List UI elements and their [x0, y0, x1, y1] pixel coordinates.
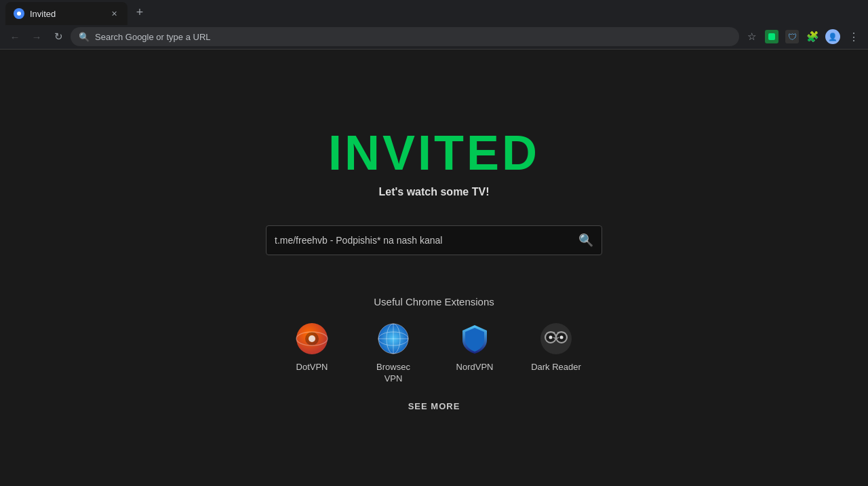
tab-bar: Invited ✕ + [0, 0, 868, 24]
active-tab[interactable]: Invited ✕ [5, 2, 127, 25]
address-bar[interactable]: 🔍 Search Google or type a URL [71, 27, 739, 46]
ext-green-icon [765, 30, 778, 43]
bookmark-icon: ☆ [747, 31, 756, 43]
browser-chrome: Invited ✕ + ← → ↻ 🔍 Search Google or typ… [0, 0, 868, 50]
ext-green-button[interactable] [762, 27, 781, 46]
search-magnifier-icon: 🔍 [578, 233, 593, 248]
toolbar-icons: ☆ 🛡 🧩 👤 [742, 27, 863, 46]
bookmark-button[interactable]: ☆ [742, 27, 761, 46]
browsec-icon-wrap [376, 321, 411, 356]
tab-close-button[interactable]: ✕ [108, 8, 119, 19]
profile-button[interactable]: 👤 [823, 27, 842, 46]
extension-nordvpn[interactable]: NordVPN [448, 321, 502, 373]
back-button[interactable]: ← [5, 27, 24, 46]
darkreader-icon-wrap [538, 321, 574, 356]
search-bar[interactable]: 🔍 [266, 225, 602, 255]
svg-point-1 [17, 12, 21, 16]
tab-title: Invited [30, 9, 103, 19]
search-icon: 🔍 [79, 32, 90, 42]
reload-button[interactable]: ↻ [49, 27, 68, 46]
see-more-button[interactable]: SEE MORE [408, 401, 460, 411]
svg-point-18 [549, 336, 553, 339]
extensions-button[interactable]: 🧩 [803, 27, 822, 46]
dotvpn-icon-wrap [294, 321, 330, 356]
extension-dotvpn[interactable]: DotVPN [285, 321, 339, 373]
ext-shield-button[interactable]: 🛡 [783, 27, 802, 46]
forward-icon: → [32, 31, 42, 43]
search-button[interactable]: 🔍 [578, 233, 593, 248]
darkreader-icon [540, 322, 572, 355]
menu-icon: ⋮ [848, 31, 859, 43]
search-input[interactable] [275, 235, 578, 246]
svg-point-4 [309, 335, 315, 342]
dotvpn-icon [296, 322, 328, 355]
extensions-list: DotVPN [285, 321, 583, 385]
forward-button[interactable]: → [27, 27, 46, 46]
darkreader-label: Dark Reader [531, 362, 581, 373]
puzzle-icon: 🧩 [806, 31, 819, 43]
nordvpn-icon [458, 322, 491, 355]
page-logo: INVITED [328, 125, 540, 181]
new-tab-button[interactable]: + [130, 3, 149, 22]
extensions-title: Useful Chrome Extensions [374, 296, 494, 307]
svg-point-19 [560, 336, 564, 339]
omnibar: ← → ↻ 🔍 Search Google or type a URL ☆ [0, 24, 868, 49]
extensions-section: Useful Chrome Extensions [285, 296, 583, 411]
tab-favicon [14, 8, 24, 19]
browsec-label: Browsec VPN [366, 362, 420, 385]
ext-shield-icon: 🛡 [785, 30, 799, 43]
chrome-menu-button[interactable]: ⋮ [844, 27, 863, 46]
page-subtitle: Let's watch some TV! [379, 186, 490, 198]
profile-avatar: 👤 [825, 29, 840, 44]
nordvpn-icon-wrap [457, 321, 492, 356]
page-content: INVITED Let's watch some TV! 🔍 Useful Ch… [0, 50, 868, 486]
nordvpn-label: NordVPN [456, 362, 494, 373]
back-icon: ← [10, 31, 20, 43]
dotvpn-label: DotVPN [296, 362, 328, 373]
address-bar-text: Search Google or type a URL [95, 32, 731, 42]
extension-browsec[interactable]: Browsec VPN [366, 321, 420, 385]
browsec-icon [377, 322, 410, 355]
extension-darkreader[interactable]: Dark Reader [529, 321, 583, 373]
reload-icon: ↻ [54, 31, 63, 43]
